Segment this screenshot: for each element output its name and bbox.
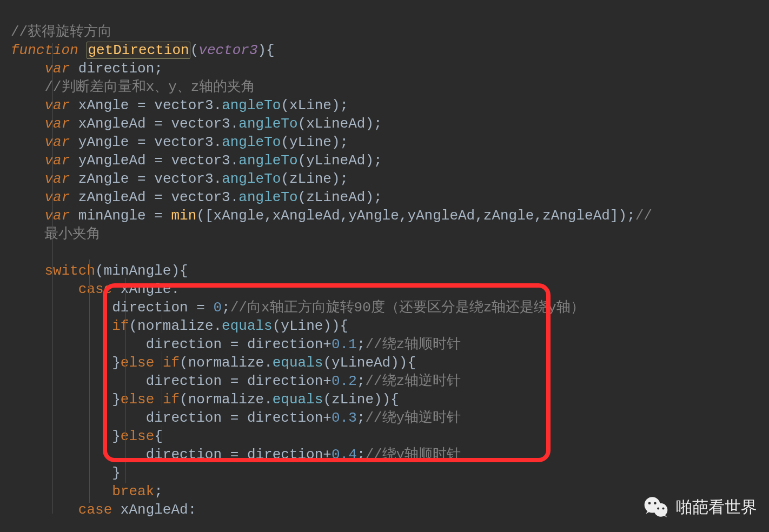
comment-line: //判断差向量和x、y、z轴的夹角 [44,79,255,95]
svg-point-3 [654,502,657,504]
keyword-switch: switch [44,263,95,279]
code-editor[interactable]: //获得旋转方向 function getDirection(vector3){… [0,0,769,519]
comment-wrap: 最小夹角 [11,226,101,242]
keyword-function: function [11,42,78,58]
svg-point-4 [657,508,659,510]
svg-point-5 [662,508,665,510]
watermark-text: 啪葩看世界 [676,496,757,518]
parameter: vector3 [198,42,257,58]
wechat-icon [642,493,671,521]
function-name-highlighted[interactable]: getDirection [87,42,190,59]
svg-point-2 [648,502,651,504]
svg-point-1 [654,503,667,517]
comment-line: //获得旋转方向 [11,24,112,40]
watermark: 啪葩看世界 [642,493,757,521]
keyword-var: var [44,61,70,77]
keyword-case: case [78,281,112,297]
keyword-break: break [112,483,154,500]
